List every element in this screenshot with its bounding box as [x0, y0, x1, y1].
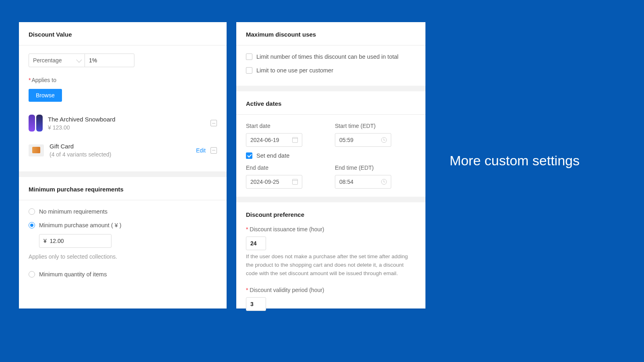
start-time-label: Start time (EDT)	[335, 123, 416, 129]
check-limit-total[interactable]: Limit number of times this discount can …	[246, 53, 416, 60]
product-thumbnail	[29, 144, 44, 156]
end-time-label: End time (EDT)	[335, 165, 416, 171]
min-purchase-header: Minimum purchase requirements	[19, 177, 227, 200]
end-date-input[interactable]: 2024-09-25	[246, 175, 302, 189]
radio-icon	[29, 208, 35, 215]
active-dates-header: Active dates	[236, 91, 425, 115]
checkbox-icon	[246, 53, 252, 60]
check-set-end-date[interactable]: Set end date	[246, 152, 416, 159]
min-amount-helper: Applies only to selected collections.	[29, 253, 217, 260]
remove-product-icon[interactable]	[211, 120, 217, 126]
radio-min-qty[interactable]: Minimum quantity of items	[29, 271, 217, 278]
radio-no-minimum[interactable]: No minimum requirements	[29, 208, 217, 215]
checkbox-icon	[246, 67, 252, 74]
start-date-label: Start date	[246, 123, 327, 129]
checkbox-icon	[246, 152, 252, 159]
start-time-input[interactable]: 05:59	[335, 133, 391, 147]
product-row: Gift Card (4 of 4 variants selected) Edi…	[29, 137, 217, 163]
end-time-input[interactable]: 08:54	[335, 175, 391, 189]
discount-value-input[interactable]	[85, 53, 134, 67]
browse-button[interactable]: Browse	[29, 89, 62, 102]
product-price: ¥ 123.00	[48, 124, 205, 131]
min-amount-input[interactable]	[39, 234, 111, 248]
calendar-icon	[292, 179, 298, 185]
discount-settings-panel-left: Discount Value Percentage *Applies to Br…	[19, 22, 227, 309]
clock-icon	[381, 179, 387, 185]
radio-min-amount[interactable]: Minimum purchase amount ( ¥ )	[29, 222, 217, 228]
section-divider	[236, 197, 425, 202]
max-uses-body: Limit number of times this discount can …	[236, 45, 425, 86]
discount-preference-header: Discount preference	[236, 202, 425, 221]
callout-text: More custom settings	[450, 153, 580, 169]
validity-period-input[interactable]	[246, 297, 266, 311]
max-uses-header: Maximum discount uses	[236, 22, 425, 45]
check-limit-per-customer[interactable]: Limit to one use per customer	[246, 67, 416, 74]
chevron-down-icon	[76, 57, 82, 63]
discount-type-select[interactable]: Percentage	[29, 53, 85, 67]
remove-product-icon[interactable]	[211, 147, 217, 154]
section-divider	[236, 86, 425, 91]
product-name: Gift Card	[50, 143, 190, 150]
product-name: The Archived Snowboard	[48, 116, 205, 123]
radio-icon	[29, 271, 35, 278]
discount-settings-panel-right: Maximum discount uses Limit number of ti…	[236, 22, 425, 309]
issuance-time-label: * Discount issuance time (hour)	[246, 226, 416, 232]
discount-value-body: Percentage *Applies to Browse The Archiv…	[19, 45, 227, 171]
issuance-time-input[interactable]	[246, 237, 266, 250]
edit-product-link[interactable]: Edit	[196, 147, 206, 154]
product-row: The Archived Snowboard ¥ 123.00	[29, 109, 217, 137]
end-date-label: End date	[246, 165, 327, 171]
product-variants: (4 of 4 variants selected)	[50, 151, 190, 158]
discount-preference-body: * Discount issuance time (hour) If the u…	[236, 221, 425, 319]
min-purchase-body: No minimum requirements Minimum purchase…	[19, 200, 227, 286]
radio-icon	[29, 222, 35, 228]
section-divider	[19, 171, 227, 177]
validity-period-label: * Discount validity period (hour)	[246, 287, 416, 293]
clock-icon	[381, 137, 387, 143]
active-dates-body: Start date 2024-06-19 Start time (EDT) 0…	[236, 115, 425, 197]
start-date-input[interactable]: 2024-06-19	[246, 133, 302, 147]
calendar-icon	[292, 137, 298, 143]
discount-type-value: Percentage	[33, 57, 62, 64]
applies-to-label: *Applies to	[29, 77, 217, 83]
issuance-time-helper: If the user does not make a purchase aft…	[246, 253, 416, 278]
discount-value-header: Discount Value	[19, 22, 227, 45]
product-thumbnail	[29, 115, 42, 132]
